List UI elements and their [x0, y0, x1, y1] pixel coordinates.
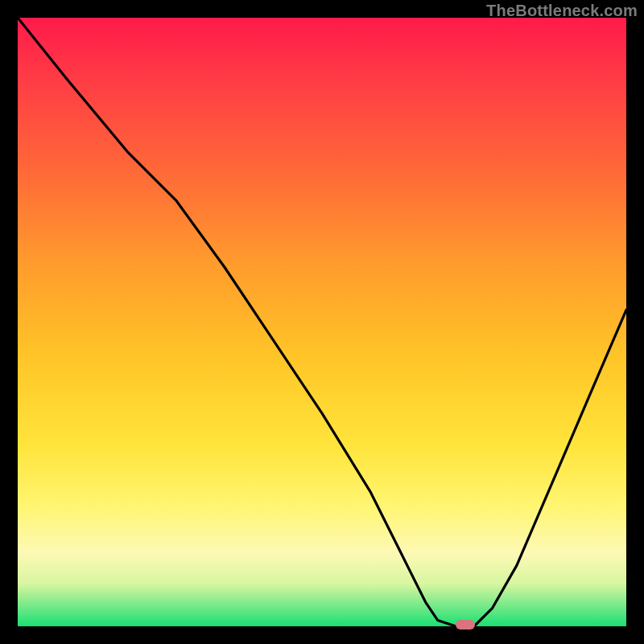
plot-area	[18, 18, 626, 626]
chart-frame: TheBottleneck.com	[0, 0, 644, 644]
curve-line	[18, 18, 626, 626]
highlight-marker	[456, 620, 475, 630]
watermark-text: TheBottleneck.com	[486, 2, 638, 20]
